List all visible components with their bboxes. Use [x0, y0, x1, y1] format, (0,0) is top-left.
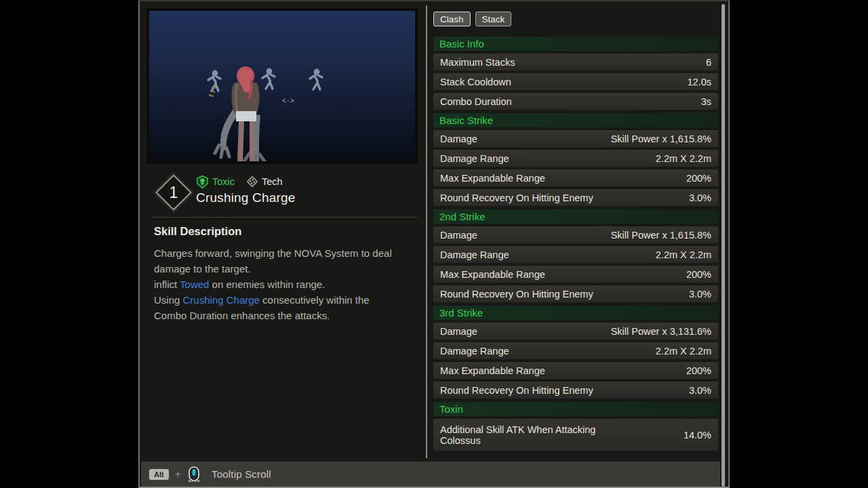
stat-label: Damage: [440, 326, 477, 337]
stat-value: 200%: [686, 269, 711, 280]
stat-row: Damage Range2.2m X 2.2m: [433, 342, 718, 359]
stat-value: Skill Power x 1,615.8%: [611, 230, 711, 241]
stat-label: Max Expandable Range: [440, 365, 545, 376]
svg-text:<·>: <·>: [282, 98, 294, 105]
toxic-shield-icon: [197, 176, 208, 188]
stat-label: Combo Duration: [440, 96, 512, 107]
stat-value: 14.0%: [684, 430, 711, 441]
skill-tooltip-panel: <·>: [138, 0, 730, 488]
stats-section: 3rd StrikeDamageSkill Power x 3,131.6%Da…: [433, 306, 718, 399]
stat-row: Max Expandable Range200%: [433, 169, 718, 186]
stat-row: DamageSkill Power x 1,615.8%: [433, 226, 718, 243]
section-header: Toxin: [433, 402, 718, 416]
plus-sign: +: [175, 468, 181, 481]
alt-keycap: Alt: [149, 469, 169, 480]
stat-label: Round Recovery On Hitting Enemy: [440, 385, 593, 396]
stat-row: Max Expandable Range200%: [433, 266, 718, 283]
stat-label: Damage Range: [440, 249, 509, 260]
stat-label: Round Recovery On Hitting Enemy: [440, 192, 593, 203]
footer-bar: Alt + Tooltip Scroll: [141, 462, 720, 487]
stat-row: Round Recovery On Hitting Enemy3.0%: [433, 285, 718, 302]
stat-label: Damage: [440, 134, 477, 144]
arche-badge-label: Tech: [262, 176, 283, 187]
section-header: 2nd Strike: [433, 209, 718, 224]
stat-value: 12.0s: [688, 77, 711, 87]
skill-slot-number: 1: [155, 174, 193, 211]
stat-row: Damage Range2.2m X 2.2m: [433, 150, 718, 167]
stat-value: 200%: [686, 173, 711, 184]
section-header: Basic Info: [433, 37, 718, 51]
footer-action-label: Tooltip Scroll: [212, 468, 271, 480]
stat-row: Damage Range2.2m X 2.2m: [433, 246, 718, 263]
stat-label: Additional Skill ATK When Attacking Colo…: [440, 424, 618, 446]
stat-value: 2.2m X 2.2m: [656, 249, 711, 260]
stat-value: Skill Power x 1,615.8%: [611, 134, 711, 144]
tabs: ClashStack: [433, 12, 718, 26]
divider-line: [152, 217, 418, 218]
stat-value: 2.2m X 2.2m: [656, 346, 711, 357]
section-header: 3rd Strike: [433, 306, 718, 320]
stat-label: Stack Cooldown: [440, 77, 511, 87]
stat-row: DamageSkill Power x 3,131.6%: [433, 323, 718, 340]
skill-preview-video: <·>: [149, 11, 415, 161]
section-header: Basic Strike: [433, 113, 718, 127]
stat-value: 3.0%: [689, 385, 711, 396]
stat-row: Round Recovery On Hitting Enemy3.0%: [433, 189, 718, 206]
skill-link[interactable]: Towed: [180, 279, 209, 290]
element-badge: Toxic: [197, 176, 235, 188]
stat-row: Combo Duration3s: [433, 93, 718, 110]
stats-section: ToxinAdditional Skill ATK When Attacking…: [433, 402, 718, 451]
stats-column: ClashStack Basic InfoMaximum Stacks6Stac…: [433, 1, 718, 454]
stat-value: 3.0%: [689, 192, 711, 203]
stat-value: 200%: [686, 365, 711, 376]
stat-label: Round Recovery On Hitting Enemy: [440, 289, 593, 300]
stats-section: Basic InfoMaximum Stacks6Stack Cooldown1…: [433, 37, 718, 110]
element-badge-label: Toxic: [212, 176, 235, 187]
skill-badges: Toxic Tech: [197, 175, 283, 188]
stat-label: Maximum Stacks: [440, 57, 515, 68]
stat-value: Skill Power x 3,131.6%: [611, 326, 711, 337]
stat-value: 6: [706, 57, 711, 68]
stat-label: Max Expandable Range: [440, 269, 545, 280]
stat-row: DamageSkill Power x 1,615.8%: [433, 130, 718, 147]
stat-value: 2.2m X 2.2m: [656, 153, 711, 164]
skill-description-title: Skill Description: [154, 225, 241, 238]
arche-badge: Tech: [247, 176, 283, 187]
skill-link[interactable]: Crushing Charge: [183, 294, 260, 306]
skill-description-text: Charges forward, swinging the NOVA Syste…: [154, 245, 422, 323]
tooltip-scrollbar[interactable]: [722, 4, 725, 487]
stat-label: Damage: [440, 230, 477, 241]
stat-value: 3.0%: [689, 289, 711, 300]
tab-clash[interactable]: Clash: [433, 12, 471, 26]
stat-label: Damage Range: [440, 346, 509, 357]
stat-label: Damage Range: [440, 153, 509, 164]
stats-section: Basic StrikeDamageSkill Power x 1,615.8%…: [433, 113, 718, 206]
mouse-scroll-icon: [187, 466, 201, 483]
stat-label: Max Expandable Range: [440, 173, 545, 184]
skill-slot-icon: 1: [155, 174, 193, 211]
stats-section: 2nd StrikeDamageSkill Power x 1,615.8%Da…: [433, 209, 718, 302]
tab-stack[interactable]: Stack: [475, 12, 512, 26]
tech-aperture-icon: [247, 176, 258, 187]
stat-row: Additional Skill ATK When Attacking Colo…: [433, 419, 718, 451]
stat-row: Round Recovery On Hitting Enemy3.0%: [433, 382, 718, 399]
stat-row: Maximum Stacks6: [433, 54, 718, 70]
skill-name: Crushing Charge: [196, 190, 296, 205]
stat-value: 3s: [701, 96, 711, 107]
stat-row: Stack Cooldown12.0s: [433, 73, 718, 90]
skill-preview-scene: <·>: [149, 11, 415, 161]
stats-list: Basic InfoMaximum Stacks6Stack Cooldown1…: [433, 37, 718, 451]
preview-background: [149, 11, 415, 161]
stat-row: Max Expandable Range200%: [433, 362, 718, 379]
game-screen: <·>: [0, 0, 868, 488]
column-divider: [426, 5, 427, 458]
